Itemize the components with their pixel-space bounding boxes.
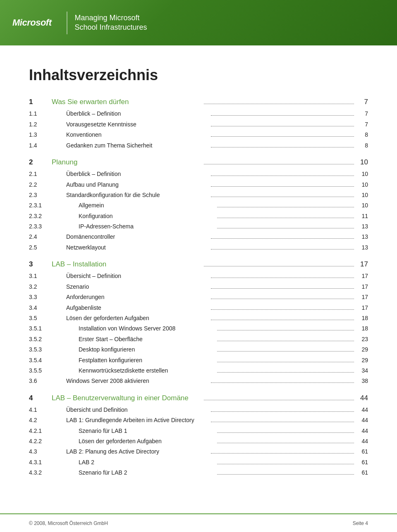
toc-label: LAB 1: Grundlegende Arbeiten im Active D…: [66, 416, 209, 425]
toc-label: Szenario für LAB 2: [79, 468, 215, 477]
toc-label[interactable]: Planung: [52, 157, 202, 168]
toc-entry: 1.3Konventionen8: [29, 130, 368, 139]
toc-entry: 3.6Windows Server 2008 aktivieren38: [29, 376, 368, 385]
toc-page: 13: [356, 243, 368, 252]
toc-page: 38: [356, 376, 368, 385]
toc-page: 18: [356, 324, 368, 333]
toc-label: Übersicht und Definition: [66, 405, 209, 414]
toc-entry: 3.5.3Desktop konfigurieren29: [29, 345, 368, 354]
toc-entry: 1.1Überblick – Definition7: [29, 109, 368, 118]
microsoft-logo: Microsoft: [12, 17, 52, 28]
toc-page: 17: [356, 282, 368, 291]
toc-number: 2.2: [29, 180, 66, 189]
toc-label: Kennwortrücksetzdiskette erstellen: [79, 366, 215, 375]
toc-label: Konfiguration: [79, 211, 215, 221]
toc-entry: 2.3.2Konfiguration11: [29, 211, 368, 221]
toc-label: Windows Server 2008 aktivieren: [66, 376, 209, 385]
microsoft-logo-text: Microsoft: [12, 17, 52, 28]
toc-entry: 1.4Gedanken zum Thema Sicherheit8: [29, 141, 368, 150]
toc-label: Standardkonfiguration für die Schule: [66, 190, 209, 200]
toc-entry: 4.3.1LAB 261: [29, 458, 368, 467]
toc-dots: [217, 228, 354, 228]
toc-entry: 2.3.3IP-Adressen-Schema13: [29, 222, 368, 231]
toc-dots: [217, 372, 354, 373]
toc-number: 3.5.3: [29, 345, 79, 354]
toc-label: Installation von Windows Server 2008: [79, 324, 215, 333]
toc-label: Allgemein: [79, 201, 215, 210]
toc-number: 3.6: [29, 376, 66, 385]
toc-label: Vorausgesetzte Kenntnisse: [66, 120, 209, 129]
toc-entry: 4.1Übersicht und Definition44: [29, 405, 368, 414]
toc-label: Überblick – Definition: [66, 169, 209, 178]
toc-dots: [211, 197, 354, 197]
toc-entry: 4.2.2Lösen der geforderten Aufgaben44: [29, 437, 368, 446]
toc-dots: [211, 309, 354, 310]
header-title-line2: School Infrastructures: [75, 23, 147, 32]
toc-entry: 2Planung10: [29, 157, 368, 168]
toc-number: 3.5.2: [29, 335, 79, 344]
toc-dots: [204, 400, 354, 400]
toc-entry: 3.2Szenario17: [29, 282, 368, 291]
logo-area: Microsoft Managing Microsoft School Infr…: [12, 12, 147, 34]
toc-number: 3.5: [29, 314, 66, 323]
toc-page: 17: [356, 303, 368, 312]
toc-dots: [211, 115, 354, 116]
toc-page: 10: [356, 201, 368, 210]
toc-dots: [211, 422, 354, 422]
toc-dots: [211, 278, 354, 278]
toc-number: 1.4: [29, 141, 66, 150]
toc-number: 3.3: [29, 292, 66, 302]
toc-page: 18: [356, 314, 368, 323]
toc-label: LAB 2: Planung des Active Directory: [66, 447, 209, 456]
toc-page: 44: [356, 405, 368, 414]
toc-number: 3.4: [29, 303, 66, 312]
toc-page: 10: [356, 169, 368, 178]
toc-label: Erster Start – Oberfläche: [79, 335, 215, 344]
toc-dots: [211, 382, 354, 383]
toc-label: LAB 2: [79, 458, 215, 467]
page-title: Inhaltsverzeichnis: [29, 66, 368, 84]
toc-number: 2: [29, 157, 52, 168]
toc-entry: 2.2Aufbau und Planung10: [29, 180, 368, 189]
toc-dots: [217, 362, 354, 362]
header-title-line1: Managing Microsoft: [75, 13, 147, 23]
toc-label: IP-Adressen-Schema: [79, 222, 215, 231]
toc-number: 2.3.3: [29, 222, 79, 231]
toc-dots: [217, 218, 354, 218]
toc-label: Desktop konfigurieren: [79, 345, 215, 354]
toc-page: 10: [356, 157, 368, 168]
toc-entry: 3.5.2Erster Start – Oberfläche23: [29, 335, 368, 344]
toc-page: 13: [356, 222, 368, 231]
toc-number: 3: [29, 259, 52, 270]
toc-entry: 3.5.1Installation von Windows Server 200…: [29, 324, 368, 333]
toc-number: 3.5.1: [29, 324, 79, 333]
toc-page: 7: [356, 120, 368, 129]
toc-page: 7: [356, 96, 368, 107]
toc-label[interactable]: LAB – Installation: [52, 259, 202, 270]
toc-entry: 1.2Vorausgesetzte Kenntnisse7: [29, 120, 368, 129]
toc-number: 1.1: [29, 109, 66, 118]
toc-label: Aufgabenliste: [66, 303, 209, 312]
toc-number: 4.3: [29, 447, 66, 456]
toc-entry: 2.3.1Allgemein10: [29, 201, 368, 210]
toc-entry: 3.1Übersicht – Definition17: [29, 271, 368, 280]
toc-entry: 4.3LAB 2: Planung des Active Directory61: [29, 447, 368, 456]
toc-dots: [204, 164, 354, 164]
toc-label: Konventionen: [66, 130, 209, 139]
toc-dots: [217, 474, 354, 475]
toc-page: 29: [356, 356, 368, 365]
toc-label: Netzwerklayout: [66, 243, 209, 252]
footer-page: Seite 4: [353, 520, 368, 526]
toc-dots: [217, 443, 354, 443]
toc-label: Szenario für LAB 1: [79, 426, 215, 435]
footer-copyright: © 2008, Microsoft Österreich GmbH: [29, 520, 108, 526]
toc-page: 23: [356, 335, 368, 344]
toc-entry: 2.3Standardkonfiguration für die Schule1…: [29, 190, 368, 200]
toc-page: 29: [356, 345, 368, 354]
toc-dots: [217, 330, 354, 330]
toc-page: 17: [356, 292, 368, 302]
toc-label[interactable]: Was Sie erwarten dürfen: [52, 96, 202, 107]
toc-dots: [211, 147, 354, 147]
toc-label[interactable]: LAB – Benutzerverwaltung in einer Domäne: [52, 392, 202, 404]
toc-page: 8: [356, 130, 368, 139]
